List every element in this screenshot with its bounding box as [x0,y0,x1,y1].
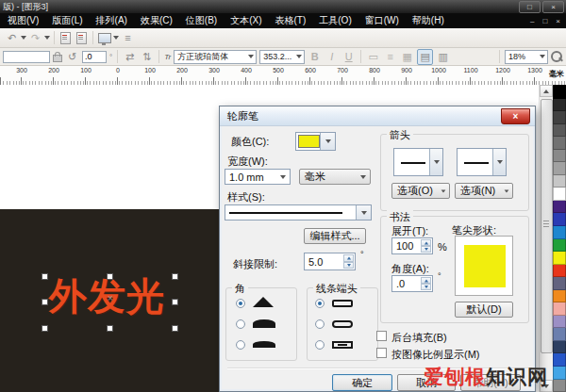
ok-button[interactable]: 确定 [332,374,392,391]
doc-restore-button[interactable]: □ [542,17,547,25]
miter-limit-spinner[interactable]: 5.0 [304,253,356,270]
menu-item[interactable]: 帮助(H) [406,14,451,27]
corner-round-radio[interactable] [236,319,245,329]
menu-item[interactable]: 表格(T) [269,14,313,27]
zoom-tool-icon[interactable] [551,51,562,62]
palette-swatch[interactable] [553,353,566,367]
bullet-list-icon[interactable]: ≡ [383,50,397,64]
mirror-vertical-icon[interactable]: ⇅ [140,50,154,64]
launcher-dropdown-icon[interactable] [113,36,119,40]
horizontal-ruler[interactable]: 3002001000100200300400500600700800900100… [0,66,566,86]
end-arrow-select[interactable] [457,148,507,176]
palette-swatch[interactable] [553,188,566,201]
end-arrow-dropdown-icon[interactable] [492,149,506,175]
application-launcher-icon[interactable] [97,31,111,45]
selection-handle[interactable] [172,299,178,305]
dialog-title[interactable]: 轮廓笔 [220,106,535,126]
outline-color-select[interactable] [295,132,336,151]
menu-item[interactable]: 版面(L) [45,14,89,27]
palette-swatch[interactable] [553,265,566,278]
scrollbar-thumb[interactable] [541,99,553,353]
bold-button[interactable]: B [308,50,322,64]
canvas-area[interactable]: 外发光 × 轮廓笔 × 颜色(C): [0,85,566,392]
style-dropdown-icon[interactable] [356,205,371,220]
lock-ratio-icon[interactable] [53,55,62,62]
font-size-select[interactable]: 353.2... [259,50,305,64]
edit-style-button[interactable]: 编辑样式... [304,228,366,244]
options-o-button[interactable]: 选项(O) [391,183,450,199]
menu-item[interactable]: 窗口(W) [358,14,406,27]
palette-swatch[interactable] [553,99,566,112]
zoom-level-select[interactable]: 18% [505,50,548,64]
behind-fill-checkbox[interactable] [376,331,387,341]
undo-icon[interactable]: ↶ [5,31,19,45]
selection-handle[interactable] [42,325,48,332]
rotation-input[interactable] [82,51,107,63]
text-frame-icon[interactable]: ▭ [366,50,380,64]
palette-swatch[interactable] [553,328,566,341]
font-family-select[interactable]: 方正琥珀简体 [174,50,257,64]
redo-icon[interactable]: ↷ [28,31,42,45]
menu-item[interactable]: 工具(O) [312,14,358,27]
selection-handle[interactable] [172,273,178,280]
corner-miter-radio[interactable] [236,299,245,308]
doc-minimize-button[interactable]: – [530,17,534,25]
rotation-center-icon[interactable]: × [108,294,113,303]
nib-preview-box[interactable] [455,236,513,296]
cap-square-radio[interactable] [315,340,325,350]
palette-swatch[interactable] [553,175,566,188]
cap-butt-radio[interactable] [315,299,325,308]
selection-handle[interactable] [172,325,178,332]
start-arrow-select[interactable] [393,148,443,176]
selection-handle[interactable] [107,325,113,332]
rotate-icon[interactable]: ↺ [65,50,79,64]
palette-swatch[interactable] [553,252,566,265]
width-unit-select[interactable]: 毫米 [299,169,371,185]
palette-swatch[interactable] [553,226,566,239]
palette-swatch[interactable] [553,239,566,253]
selection-handle[interactable] [42,299,48,305]
palette-swatch[interactable] [553,201,566,214]
palette-swatch[interactable] [553,162,566,175]
scroll-up-button[interactable] [540,85,553,97]
palette-swatch[interactable] [553,277,566,290]
spin-up-icon[interactable] [421,277,431,284]
horizontal-text-button[interactable]: ▤ [417,49,433,65]
options-n-button[interactable]: 选项(N) [455,183,513,199]
menu-item[interactable]: 文本(X) [224,14,268,27]
restore-button[interactable]: □ [519,1,541,13]
spin-down-icon[interactable] [421,284,431,290]
palette-swatch[interactable] [553,150,566,163]
export-icon[interactable] [75,31,89,45]
palette-swatch[interactable] [553,213,566,226]
object-position-input[interactable] [3,51,50,63]
palette-swatch[interactable] [553,124,566,138]
import-icon[interactable] [58,31,73,45]
palette-swatch[interactable] [553,367,566,380]
default-button[interactable]: 默认(D) [455,302,513,318]
underline-button[interactable]: U [341,50,356,64]
palette-swatch[interactable] [553,380,566,392]
vertical-text-button[interactable]: ▥ [436,50,450,64]
redo-dropdown-icon[interactable] [44,36,50,40]
snap-options-icon[interactable]: ≡ [121,31,135,45]
start-arrow-dropdown-icon[interactable] [429,149,442,175]
drop-cap-icon[interactable]: ▦ [400,50,414,64]
palette-swatch[interactable] [553,341,566,354]
corner-bevel-radio[interactable] [236,340,245,350]
spin-up-icon[interactable] [421,239,431,246]
spin-down-icon[interactable] [421,246,431,253]
mirror-horizontal-icon[interactable]: ⇄ [123,50,137,64]
width-select[interactable]: 1.0 mm [225,169,291,185]
close-button[interactable]: × [542,1,564,13]
menu-item[interactable]: 效果(C) [134,14,179,27]
selection-handle[interactable] [42,273,48,280]
spin-up-icon[interactable] [343,254,354,262]
scale-with-image-checkbox[interactable] [376,348,387,358]
menu-item[interactable]: 排列(A) [90,14,134,27]
palette-swatch[interactable] [553,290,566,303]
cap-round-radio[interactable] [315,319,325,329]
line-style-select[interactable] [225,204,372,220]
selection-handle[interactable] [107,273,113,280]
palette-swatch[interactable] [553,137,566,150]
